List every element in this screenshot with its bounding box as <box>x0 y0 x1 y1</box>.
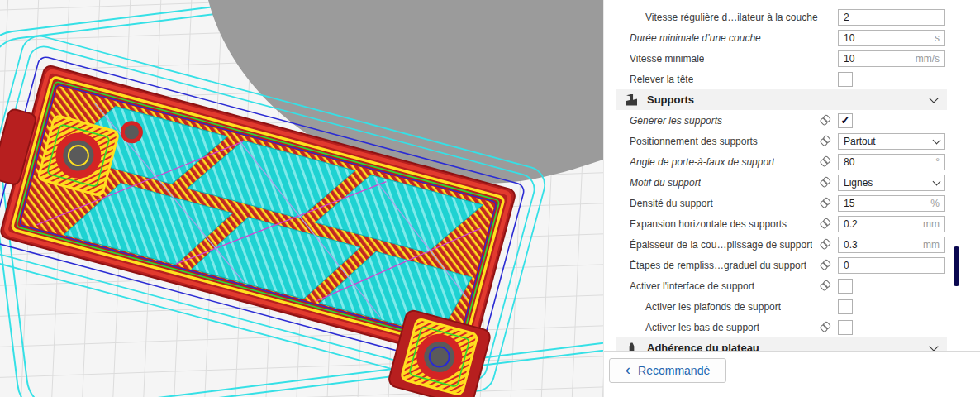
setting-select[interactable]: Partout <box>838 133 945 150</box>
setting-label: Angle de porte-à-faux de support <box>630 156 774 168</box>
panel-footer: ‹ Recommandé <box>604 351 980 397</box>
setting-row-positionnement-des-supports: Positionnement des supportsPartout <box>604 131 980 151</box>
settings-panel: Vitesse régulière d…ilateur à la couche2… <box>603 0 980 397</box>
3d-viewport[interactable] <box>0 0 603 397</box>
setting-label: Générer les supports <box>630 115 722 127</box>
setting-unit: ° <box>935 156 940 168</box>
setting-row-densit-du-support: Densité du support15% <box>604 193 980 213</box>
setting-input[interactable]: 80° <box>838 154 945 170</box>
setting-checkbox[interactable] <box>838 299 853 314</box>
setting-input[interactable]: 0.2mm <box>838 216 945 232</box>
setting-input[interactable]: 10s <box>838 30 945 46</box>
link-icon[interactable] <box>817 237 832 251</box>
setting-label: Activer les plafonds de support <box>630 301 781 313</box>
setting-value: 80 <box>844 156 854 168</box>
setting-label: Épaisseur de la cou…plissage de support <box>630 239 812 251</box>
link-icon[interactable] <box>817 216 832 231</box>
setting-row-tapes-de-rempliss-graduel-du-support: Étapes de rempliss…graduel du support0 <box>604 255 980 275</box>
setting-value: 0 <box>844 260 849 271</box>
setting-value: 10 <box>844 53 854 65</box>
link-icon[interactable] <box>817 175 832 189</box>
setting-row-motif-du-support: Motif du supportLignes <box>604 172 980 193</box>
setting-input[interactable]: 0 <box>838 257 945 274</box>
chevron-left-icon: ‹ <box>626 364 630 375</box>
link-icon[interactable] <box>817 133 832 148</box>
setting-label: Relever la tête <box>630 74 693 85</box>
setting-value: 0.2 <box>844 218 858 230</box>
link-icon[interactable] <box>817 195 832 210</box>
link-icon[interactable] <box>817 319 832 334</box>
setting-checkbox[interactable] <box>838 279 853 294</box>
setting-row-vitesse-r-guli-re-d-ilateur-la-couche: Vitesse régulière d…ilateur à la couche2 <box>604 7 980 27</box>
setting-checkbox[interactable]: ✓ <box>838 113 853 128</box>
setting-label: Activer l'interface de support <box>630 280 754 292</box>
setting-row-paisseur-de-la-cou-plissage-de-support: Épaisseur de la cou…plissage de support0… <box>604 234 980 255</box>
layer-view-scene <box>0 0 603 397</box>
chevron-down-icon <box>929 93 938 103</box>
setting-row-expansion-horizontale-des-supports: Expansion horizontale des supports0.2mm <box>604 213 980 234</box>
setting-label: Positionnement des supports <box>630 136 758 147</box>
link-icon[interactable] <box>817 257 832 272</box>
link-icon[interactable] <box>817 278 832 293</box>
setting-unit: mm <box>923 239 940 251</box>
setting-label: Vitesse minimale <box>630 53 704 65</box>
link-icon[interactable] <box>817 112 832 127</box>
setting-checkbox[interactable] <box>838 72 853 87</box>
chevron-down-icon <box>933 136 941 144</box>
chevron-down-icon <box>929 342 938 351</box>
setting-input[interactable]: 0.3mm <box>838 237 945 253</box>
recommended-button[interactable]: ‹ Recommandé <box>609 358 726 383</box>
scrollbar-thumb[interactable] <box>954 246 959 286</box>
setting-input[interactable]: 2 <box>838 9 945 26</box>
setting-label: Durée minimale d’une couche <box>630 32 761 44</box>
setting-row-dur-e-minimale-d-une-couche: Durée minimale d’une couche10s <box>604 27 980 48</box>
setting-checkbox[interactable] <box>838 320 853 335</box>
section-header-adh-rence-du-plateau[interactable]: Adhérence du plateau <box>616 337 947 352</box>
setting-value: 2 <box>844 12 849 23</box>
setting-row-angle-de-porte-faux-de-support: Angle de porte-à-faux de support80° <box>604 151 980 172</box>
selected-option: Lignes <box>844 177 873 189</box>
section-header-supports[interactable]: Supports <box>616 89 947 110</box>
setting-label: Vitesse régulière d…ilateur à la couche <box>630 12 818 23</box>
link-icon[interactable] <box>817 154 832 169</box>
setting-label: Densité du support <box>630 198 713 209</box>
settings-list: Vitesse régulière d…ilateur à la couche2… <box>604 0 980 352</box>
setting-unit: mm <box>923 218 940 230</box>
setting-label: Expansion horizontale des supports <box>630 218 787 230</box>
setting-unit: s <box>935 32 940 44</box>
setting-select[interactable]: Lignes <box>838 175 945 191</box>
selected-option: Partout <box>844 136 876 147</box>
setting-row-relever-la-t-te: Relever la tête <box>604 69 980 89</box>
setting-input[interactable]: 15% <box>838 195 945 212</box>
setting-row-g-n-rer-les-supports: Générer les supports✓ <box>604 110 980 131</box>
setting-row-activer-les-bas-de-support: Activer les bas de support <box>604 317 980 337</box>
setting-label: Motif du support <box>630 177 701 189</box>
recommended-label: Recommandé <box>638 364 710 377</box>
setting-label: Étapes de rempliss…graduel du support <box>630 260 806 271</box>
setting-value: 15 <box>844 198 854 209</box>
setting-unit: mm/s <box>916 53 940 65</box>
setting-unit: % <box>930 198 940 209</box>
chevron-down-icon <box>933 177 941 185</box>
setting-label: Activer les bas de support <box>630 322 759 333</box>
setting-input[interactable]: 10mm/s <box>838 50 945 67</box>
supports-icon <box>626 94 637 106</box>
setting-value: 10 <box>844 32 854 44</box>
setting-row-vitesse-minimale: Vitesse minimale10mm/s <box>604 48 980 69</box>
section-label: Supports <box>647 93 694 106</box>
setting-row-activer-l-interface-de-support: Activer l'interface de support <box>604 275 980 296</box>
setting-value: 0.3 <box>844 239 858 251</box>
setting-row-activer-les-plafonds-de-support: Activer les plafonds de support <box>604 296 980 317</box>
